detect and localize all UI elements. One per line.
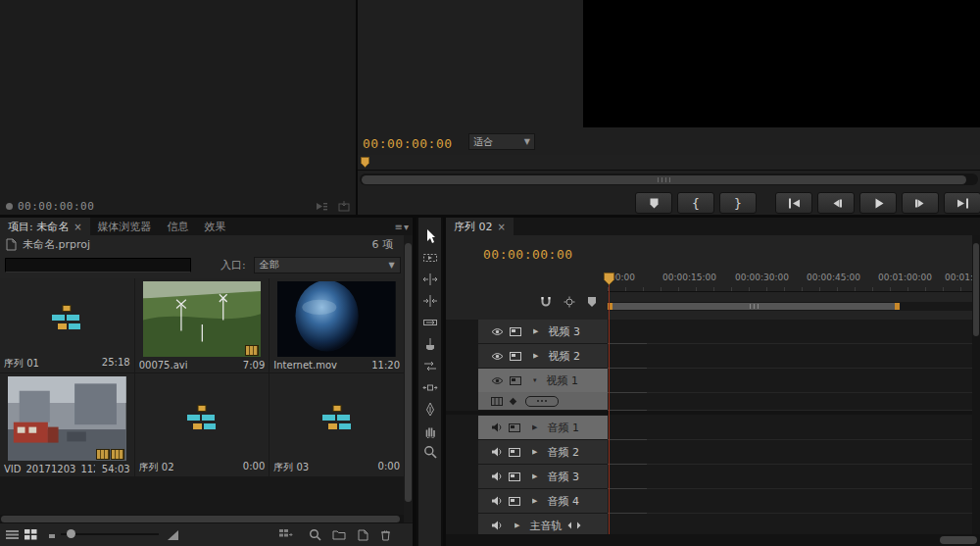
- program-mini-timeline[interactable]: [358, 155, 980, 171]
- ripple-edit-tool[interactable]: [420, 271, 439, 288]
- project-item-internet-mov[interactable]: Internet.mov11:20: [270, 278, 404, 372]
- step-back-button[interactable]: [817, 192, 855, 214]
- program-timecode[interactable]: 00:00:00:00: [363, 136, 453, 151]
- track-header-video-3[interactable]: ▶ 视频 3: [478, 320, 608, 343]
- selection-tool[interactable]: [420, 227, 439, 245]
- project-item-sequence-01[interactable]: 序列 0125:18: [0, 278, 134, 372]
- clear-trash-button[interactable]: [377, 527, 393, 542]
- track-mute-speaker-icon[interactable]: [491, 472, 503, 481]
- tab-close-icon[interactable]: ×: [74, 222, 81, 232]
- set-display-style-icon[interactable]: [491, 397, 503, 406]
- keyframe-nav-icons[interactable]: [567, 521, 581, 529]
- pen-tool[interactable]: [420, 400, 439, 418]
- list-view-button[interactable]: [4, 527, 20, 542]
- snap-toggle-icon[interactable]: [540, 296, 552, 308]
- timeline-horizontal-scrollbar[interactable]: [446, 534, 980, 546]
- track-settings-icon[interactable]: [509, 472, 520, 481]
- track-mute-speaker-icon[interactable]: [491, 447, 503, 457]
- panel-menu-icon[interactable]: ≡▾: [395, 218, 409, 235]
- go-to-in-button[interactable]: [775, 192, 812, 214]
- mark-in-button[interactable]: {: [677, 192, 714, 214]
- track-settings-icon[interactable]: [509, 448, 520, 457]
- rolling-edit-tool[interactable]: [420, 292, 439, 310]
- rate-stretch-tool[interactable]: [420, 314, 439, 331]
- track-expand-icon[interactable]: ▶: [532, 497, 537, 505]
- track-header-audio-3[interactable]: ▶ 音频 3: [478, 465, 608, 488]
- find-button[interactable]: [307, 527, 322, 542]
- track-header-audio-1[interactable]: ▶ 音频 1: [478, 416, 608, 439]
- program-scrollbar-handle[interactable]: [362, 175, 966, 184]
- timeline-ruler[interactable]: 00:00 00:00:15:00 00:00:30:00 00:00:45:0…: [608, 271, 980, 292]
- work-area-bar[interactable]: [608, 302, 980, 311]
- mark-out-button[interactable]: }: [719, 192, 757, 214]
- timeline-settings-icon[interactable]: [564, 296, 575, 308]
- hand-tool[interactable]: [420, 422, 439, 439]
- zoom-out-icon[interactable]: [44, 527, 60, 542]
- track-row-audio-3: ▶ 音频 3: [446, 465, 980, 488]
- slide-tool[interactable]: [420, 378, 439, 396]
- track-header-video-1[interactable]: ▾ 视频 1: [478, 369, 608, 392]
- tab-info[interactable]: 信息: [160, 218, 197, 235]
- track-output-eye-icon[interactable]: [491, 352, 504, 361]
- playback-settings-icon[interactable]: [316, 201, 328, 212]
- program-playhead-icon[interactable]: [361, 157, 369, 168]
- zoom-level-dropdown[interactable]: 适合 ▼: [468, 133, 535, 150]
- program-scrollbar[interactable]: [360, 174, 978, 185]
- track-output-eye-icon[interactable]: [491, 327, 504, 336]
- track-settings-icon[interactable]: [510, 352, 521, 361]
- track-expand-icon[interactable]: ▶: [533, 327, 538, 335]
- sequence-marker-icon[interactable]: [587, 296, 597, 308]
- zoom-tool[interactable]: [420, 443, 439, 461]
- track-header-audio-2[interactable]: ▶ 音频 2: [478, 440, 608, 464]
- track-select-tool[interactable]: [420, 249, 439, 267]
- go-to-out-button[interactable]: [944, 192, 980, 214]
- play-button[interactable]: [859, 192, 897, 214]
- thumbnail-zoom-slider[interactable]: [61, 533, 159, 535]
- automate-to-sequence-icon[interactable]: [278, 527, 294, 542]
- search-input[interactable]: [5, 258, 191, 273]
- icon-view-button[interactable]: [23, 527, 38, 542]
- timeline-playhead-icon[interactable]: [604, 273, 614, 285]
- track-mute-speaker-icon[interactable]: [491, 496, 503, 506]
- filter-dropdown[interactable]: 全部 ▼: [254, 257, 401, 273]
- keyframe-display-pill[interactable]: [525, 396, 559, 407]
- track-expand-icon[interactable]: ▶: [533, 352, 538, 360]
- new-bin-button[interactable]: [331, 527, 347, 542]
- project-item-sequence-02[interactable]: 序列 020:00: [135, 373, 270, 476]
- zoom-in-icon[interactable]: [165, 527, 180, 542]
- track-expand-icon[interactable]: ▶: [532, 448, 537, 456]
- track-expand-icon[interactable]: ▶: [532, 472, 537, 480]
- tab-close-icon[interactable]: ×: [498, 222, 506, 232]
- show-keyframes-icon[interactable]: [509, 397, 517, 406]
- track-expand-icon[interactable]: ▶: [532, 423, 537, 431]
- timeline-vertical-scrollbar[interactable]: [972, 235, 980, 534]
- track-mute-speaker-icon[interactable]: [491, 521, 503, 530]
- track-header-audio-4[interactable]: ▶ 音频 4: [478, 489, 608, 513]
- project-vertical-scrollbar[interactable]: [404, 235, 413, 523]
- work-area-end-handle[interactable]: [895, 303, 900, 310]
- track-header-video-2[interactable]: ▶ 视频 2: [478, 344, 608, 368]
- tab-media-browser[interactable]: 媒体浏览器: [90, 218, 160, 235]
- track-settings-icon[interactable]: [509, 423, 520, 432]
- project-item-00075-avi[interactable]: 00075.avi7:09: [135, 278, 270, 372]
- tab-project[interactable]: 项目: 未命名 ×: [0, 218, 90, 235]
- track-settings-icon[interactable]: [510, 327, 521, 336]
- project-item-sequence-03[interactable]: 序列 030:00: [270, 373, 404, 476]
- track-collapse-icon[interactable]: ▾: [533, 376, 537, 384]
- tab-sequence-02[interactable]: 序列 02 ×: [446, 218, 514, 235]
- timeline-timecode[interactable]: 00:00:00:00: [483, 247, 573, 262]
- step-forward-button[interactable]: [902, 192, 939, 214]
- razor-tool[interactable]: [420, 335, 439, 353]
- slip-tool[interactable]: [420, 357, 439, 374]
- add-marker-button[interactable]: [635, 192, 672, 214]
- new-item-button[interactable]: [355, 527, 370, 542]
- track-settings-icon[interactable]: [510, 376, 521, 385]
- track-settings-icon[interactable]: [509, 497, 520, 506]
- tab-effects[interactable]: 效果: [197, 218, 234, 235]
- ruler-label: 00:00:45:00: [807, 273, 860, 282]
- project-item-vid-20171203[interactable]: VID_20171203_112...54:03: [0, 373, 134, 476]
- export-frame-icon[interactable]: [338, 201, 350, 212]
- track-mute-speaker-icon[interactable]: [491, 422, 503, 432]
- track-output-eye-icon[interactable]: [491, 376, 504, 385]
- track-expand-icon[interactable]: ▶: [514, 521, 519, 529]
